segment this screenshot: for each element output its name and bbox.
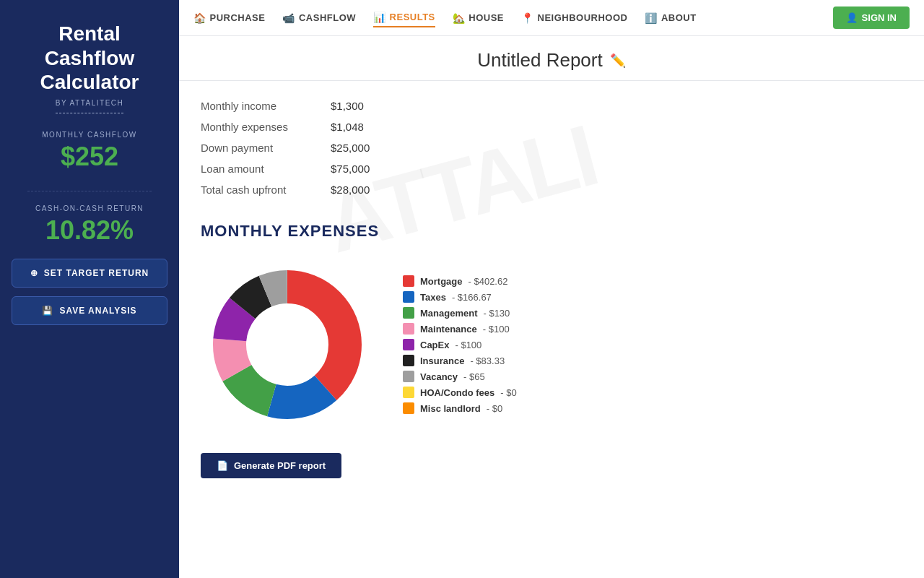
svg-point-7 — [248, 306, 326, 384]
legend-color-misc — [403, 402, 414, 414]
total-cash-label: Total cash upfront — [201, 184, 331, 196]
cash-on-cash-label: CASH-ON-CASH RETURN — [35, 204, 144, 212]
nav-cashflow[interactable]: 📹 CASHFLOW — [282, 9, 356, 27]
chart-legend: Mortgage - $402.62 Taxes - $166.67 Manag… — [403, 275, 517, 414]
by-line: BY ATTALITECH — [56, 99, 124, 113]
nav-about[interactable]: ℹ️ ABOUT — [645, 9, 696, 27]
legend-item-hoa: HOA/Condo fees - $0 — [403, 387, 517, 398]
down-payment-value: $25,000 — [331, 142, 370, 154]
total-cash-value: $28,000 — [331, 184, 370, 196]
divider — [27, 191, 152, 191]
monthly-cashflow-label: MONTHLY CASHFLOW — [42, 131, 136, 139]
purchase-icon: 🏠 — [193, 12, 206, 24]
report-header: Untitled Report ✏️ — [179, 36, 924, 81]
summary-row-loan-amount: Loan amount $75,000 — [201, 158, 902, 179]
legend-color-management — [403, 307, 414, 319]
summary-table: Monthly income $1,300 Monthly expenses $… — [201, 95, 902, 200]
legend-label-taxes: Taxes — [420, 292, 446, 303]
house-icon: 🏡 — [453, 12, 466, 24]
edit-icon[interactable]: ✏️ — [610, 53, 626, 69]
top-navigation: 🏠 PURCHASE 📹 CASHFLOW 📊 RESULTS 🏡 HOUSE … — [179, 0, 924, 36]
chart-area: Mortgage - $402.62 Taxes - $166.67 Manag… — [201, 258, 902, 431]
neighbourhood-icon: 📍 — [521, 12, 534, 24]
legend-color-capex — [403, 339, 414, 350]
sidebar: Rental Cashflow Calculator BY ATTALITECH… — [0, 0, 179, 578]
legend-value-misc: - $0 — [487, 403, 502, 414]
legend-color-taxes — [403, 291, 414, 303]
summary-row-down-payment: Down payment $25,000 — [201, 137, 902, 158]
nav-results[interactable]: 📊 RESULTS — [373, 9, 435, 27]
legend-value-taxes: - $166.67 — [452, 292, 492, 303]
target-icon: ⊕ — [30, 268, 38, 278]
monthly-expenses-section-title: MONTHLY EXPENSES — [201, 222, 902, 241]
generate-pdf-button[interactable]: 📄 Generate PDF report — [201, 453, 341, 478]
legend-value-management: - $130 — [483, 308, 510, 319]
content-area: ATTALI Monthly income $1,300 Monthly exp… — [179, 81, 924, 500]
donut-chart — [201, 258, 374, 431]
loan-amount-value: $75,000 — [331, 163, 370, 175]
legend-value-capex: - $100 — [455, 340, 481, 350]
legend-label-misc: Misc landlord — [420, 403, 481, 414]
monthly-cashflow-block: MONTHLY CASHFLOW $252 — [42, 131, 136, 172]
summary-row-monthly-expenses: Monthly expenses $1,048 — [201, 116, 902, 137]
report-title: Untitled Report — [477, 49, 602, 72]
legend-value-maintenance: - $100 — [483, 324, 510, 335]
summary-row-monthly-income: Monthly income $1,300 — [201, 95, 902, 116]
save-icon: 💾 — [42, 306, 53, 316]
app-title: Rental Cashflow Calculator — [40, 22, 139, 95]
monthly-expenses-label: Monthly expenses — [201, 121, 331, 133]
cash-on-cash-value: 10.82% — [35, 215, 144, 246]
legend-color-maintenance — [403, 323, 414, 335]
legend-label-hoa: HOA/Condo fees — [420, 387, 494, 398]
legend-value-hoa: - $0 — [500, 387, 516, 398]
legend-color-insurance — [403, 355, 414, 366]
nav-purchase[interactable]: 🏠 PURCHASE — [193, 9, 265, 27]
legend-item-insurance: Insurance - $83.33 — [403, 355, 517, 366]
legend-label-mortgage: Mortgage — [420, 276, 463, 287]
legend-item-vacancy: Vacancy - $65 — [403, 371, 517, 382]
legend-item-management: Management - $130 — [403, 307, 517, 319]
legend-item-maintenance: Maintenance - $100 — [403, 323, 517, 335]
cash-on-cash-block: CASH-ON-CASH RETURN 10.82% — [35, 204, 144, 246]
summary-row-total-cash: Total cash upfront $28,000 — [201, 179, 902, 200]
legend-label-maintenance: Maintenance — [420, 324, 477, 335]
legend-value-insurance: - $83.33 — [470, 355, 505, 366]
legend-color-mortgage — [403, 275, 414, 287]
save-analysis-button[interactable]: 💾 SAVE ANALYSIS — [12, 296, 167, 325]
loan-amount-label: Loan amount — [201, 163, 331, 175]
pdf-icon: 📄 — [217, 460, 228, 471]
legend-value-mortgage: - $402.62 — [468, 276, 508, 287]
set-target-return-button[interactable]: ⊕ SET TARGET RETURN — [12, 259, 167, 288]
results-icon: 📊 — [373, 12, 386, 23]
monthly-cashflow-value: $252 — [42, 142, 136, 172]
monthly-income-label: Monthly income — [201, 100, 331, 112]
monthly-income-value: $1,300 — [331, 100, 364, 112]
legend-label-management: Management — [420, 308, 477, 319]
legend-color-hoa — [403, 387, 414, 398]
legend-label-vacancy: Vacancy — [420, 371, 458, 382]
legend-item-misc: Misc landlord - $0 — [403, 402, 517, 414]
legend-item-taxes: Taxes - $166.67 — [403, 291, 517, 303]
cashflow-icon: 📹 — [282, 12, 295, 24]
nav-neighbourhood[interactable]: 📍 NEIGHBOURHOOD — [521, 9, 627, 27]
legend-item-capex: CapEx - $100 — [403, 339, 517, 350]
nav-house[interactable]: 🏡 HOUSE — [453, 9, 504, 27]
legend-value-vacancy: - $65 — [463, 371, 485, 382]
legend-label-insurance: Insurance — [420, 355, 464, 366]
about-icon: ℹ️ — [645, 12, 658, 24]
legend-item-mortgage: Mortgage - $402.62 — [403, 275, 517, 287]
monthly-expenses-value: $1,048 — [331, 121, 364, 133]
user-icon: 👤 — [846, 12, 858, 23]
legend-label-capex: CapEx — [420, 340, 449, 350]
sign-in-button[interactable]: 👤 SIGN IN — [833, 7, 910, 29]
main-content: 🏠 PURCHASE 📹 CASHFLOW 📊 RESULTS 🏡 HOUSE … — [179, 0, 924, 578]
down-payment-label: Down payment — [201, 142, 331, 154]
legend-color-vacancy — [403, 371, 414, 382]
